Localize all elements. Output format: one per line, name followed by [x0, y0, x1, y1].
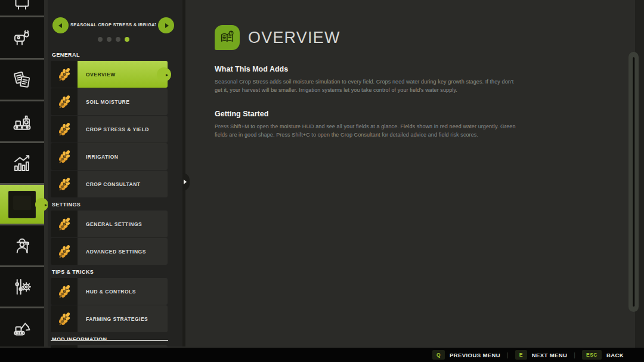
menu-item-label: OVERVIEW	[78, 61, 168, 88]
wheat-icon	[51, 143, 78, 170]
sidebar-item-construction[interactable]	[0, 308, 44, 346]
farmer-icon	[11, 235, 33, 256]
menu-item[interactable]: SOIL MOISTURE	[51, 88, 168, 115]
sidebar-item-animals[interactable]	[0, 17, 44, 58]
key-hint: | Q PREVIOUS MENU	[432, 350, 500, 360]
menu-item-label: ADVANCED SETTINGS	[78, 238, 168, 265]
key-hint: | ESC BACK	[567, 350, 624, 360]
sidebar-item-production[interactable]	[0, 101, 44, 141]
menu-item-label: CROP STRESS & YIELD	[78, 116, 168, 143]
hint-separator: |	[507, 352, 509, 358]
sidebar-item-statistics[interactable]	[0, 143, 44, 183]
menu-item[interactable]: GENERAL SETTINGS	[51, 211, 168, 237]
sidebar-item-mod-help[interactable]: ▸	[0, 185, 44, 224]
section-heading: What This Mod Adds	[215, 65, 525, 73]
book-question-icon	[215, 25, 240, 50]
settings-sliders-icon	[11, 276, 33, 298]
menu-list-settings: GENERAL SETTINGS ADVANCED SETTINGS	[51, 211, 168, 265]
wheat-icon	[51, 278, 78, 305]
scrollbar[interactable]	[628, 52, 639, 312]
menu-list-general: OVERVIEW ▸ SOIL MOISTURE CROP STRESS & Y…	[51, 61, 168, 197]
wheat-icon	[51, 61, 78, 88]
key-badge[interactable]: E	[515, 350, 527, 360]
hint-separator: |	[574, 352, 575, 358]
menu-item-label: FARMING STRATEGIES	[78, 305, 168, 332]
cow-icon	[11, 27, 33, 48]
menu-section-label-general: GENERAL	[52, 52, 182, 58]
panel-expand-notch[interactable]	[182, 173, 190, 191]
hint-label: BACK	[606, 352, 624, 358]
sidebar-item-contracts[interactable]	[0, 60, 44, 100]
wheat-icon	[51, 88, 78, 115]
carousel-prev-button[interactable]	[52, 17, 69, 33]
section-body: Seasonal Crop Stress adds soil moisture …	[215, 78, 516, 95]
selected-arrow-icon: ▸	[45, 202, 47, 207]
expand-arrow-icon	[184, 180, 187, 184]
menu-item[interactable]: CROP CONSULTANT	[51, 171, 168, 197]
menu-item-label: SOIL MOISTURE	[78, 88, 168, 115]
menu-item[interactable]: OVERVIEW ▸	[51, 61, 168, 88]
partial-top-icon	[11, 0, 33, 11]
key-hint: | E NEXT MENU	[500, 350, 567, 360]
carousel-dots	[48, 37, 179, 42]
page-title: OVERVIEW	[248, 29, 340, 47]
panel-scroll-edge	[51, 340, 168, 341]
carousel-title: SEASONAL CROP STRESS & IRRIGATION MA...	[70, 22, 156, 27]
carousel-dot[interactable]	[116, 37, 120, 42]
section-heading: Getting Started	[215, 110, 525, 118]
arrow-right-icon	[165, 23, 169, 28]
key-badge[interactable]: Q	[432, 350, 445, 360]
content-header: OVERVIEW	[215, 25, 525, 50]
wheat-icon	[51, 171, 78, 197]
section-body: Press Shift+M to open the moisture HUD a…	[215, 122, 516, 140]
menu-item-label: GENERAL SETTINGS	[78, 211, 168, 237]
contracts-icon	[11, 69, 33, 91]
carousel-dot[interactable]	[98, 37, 103, 42]
mod-help-screen: ▸ SEASONAL CROP STRESS & IRRIGATION MA..…	[0, 0, 644, 362]
wheat-icon	[51, 116, 78, 143]
arrow-left-icon	[58, 23, 62, 28]
help-content: OVERVIEW What This Mod Adds Seasonal Cro…	[215, 25, 525, 140]
excavator-icon	[11, 317, 33, 338]
menu-list-tips: HUD & CONTROLS FARMING STRATEGIES	[51, 278, 168, 332]
mod-help-icon	[8, 191, 36, 218]
menu-item-label: HUD & CONTROLS	[78, 278, 168, 305]
carousel-dot[interactable]	[107, 37, 112, 42]
sidebar-item-settings[interactable]	[0, 267, 44, 307]
menu-item[interactable]: FARMING STRATEGIES	[51, 305, 168, 332]
hint-label: PREVIOUS MENU	[450, 352, 500, 358]
content-section: What This Mod Adds Seasonal Crop Stress …	[215, 65, 525, 95]
wheat-icon	[51, 211, 78, 237]
scrollbar-groove	[633, 57, 635, 307]
content-sections: What This Mod Adds Seasonal Crop Stress …	[215, 65, 525, 140]
key-hint-bar: | Q PREVIOUS MENU | E NEXT MENU | ESC BA…	[0, 348, 644, 362]
sidebar-item-top-partial[interactable]	[0, 0, 44, 16]
content-section: Getting Started Press Shift+M to open th…	[215, 110, 525, 140]
menu-section-label-settings: SETTINGS	[52, 202, 182, 208]
menu-item[interactable]: CROP STRESS & YIELD	[51, 116, 168, 143]
help-nav-panel: SEASONAL CROP STRESS & IRRIGATION MA... …	[48, 0, 182, 346]
hint-label: NEXT MENU	[532, 352, 568, 358]
menu-item[interactable]: HUD & CONTROLS	[51, 278, 168, 305]
selected-item-arrow-icon: ▸	[166, 72, 168, 77]
menu-item[interactable]: ADVANCED SETTINGS	[51, 238, 168, 265]
statistics-icon	[11, 153, 33, 174]
menu-item[interactable]: IRRIGATION	[51, 143, 168, 170]
production-icon	[11, 111, 33, 132]
key-badge[interactable]: ESC	[582, 350, 602, 360]
sidebar-item-character[interactable]	[0, 225, 44, 265]
wheat-icon	[51, 305, 78, 332]
carousel-next-button[interactable]	[158, 17, 174, 33]
carousel-dot[interactable]	[125, 37, 129, 42]
menu-section-label-tips: TIPS & TRICKS	[52, 269, 182, 275]
menu-section-label-modinfo: MOD INFORMATION	[52, 336, 182, 342]
main-sidebar: ▸	[0, 0, 44, 346]
wheat-icon	[51, 238, 78, 265]
mod-carousel: SEASONAL CROP STRESS & IRRIGATION MA...	[48, 0, 182, 48]
menu-item-label: CROP CONSULTANT	[78, 171, 168, 197]
menu-item-label: IRRIGATION	[78, 143, 168, 170]
